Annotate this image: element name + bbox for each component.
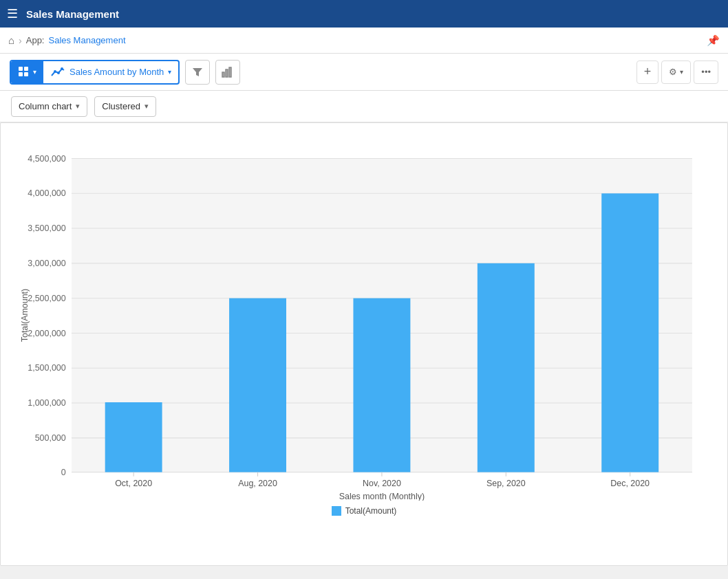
more-button[interactable]: ••• <box>694 61 718 84</box>
cluster-dropdown[interactable]: Clustered ▾ <box>94 96 156 117</box>
pin-icon[interactable]: 📌 <box>707 34 720 47</box>
chart-type-arrow: ▾ <box>76 102 80 111</box>
toolbar-right: + ⚙ ▾ ••• <box>636 61 718 84</box>
cluster-arrow: ▾ <box>144 102 149 111</box>
bar-chart-icon <box>222 67 234 78</box>
svg-text:1,500,000: 1,500,000 <box>28 363 65 373</box>
bar-chart-button[interactable] <box>215 60 240 85</box>
chart-selector-group[interactable]: ▾ Sales Amount by Month ▾ <box>10 60 180 85</box>
app-header: ☰ Sales Management <box>0 0 728 28</box>
bar-sep-2020 <box>478 263 535 472</box>
svg-point-4 <box>54 70 56 73</box>
breadcrumb-app-label: App: <box>26 35 45 45</box>
breadcrumb-separator: › <box>19 35 22 46</box>
add-icon: + <box>644 65 652 79</box>
svg-text:2,000,000: 2,000,000 <box>28 329 65 338</box>
chart-type-label: Column chart <box>19 101 72 111</box>
filter-icon <box>192 67 203 78</box>
options-bar: Column chart ▾ Clustered ▾ <box>0 91 728 122</box>
svg-text:3,500,000: 3,500,000 <box>28 223 65 233</box>
bar-oct-2020 <box>105 402 162 472</box>
legend-color-box <box>332 506 341 516</box>
chart-legend: Total(Amount) <box>14 501 714 524</box>
chart-card: 4,500,000 4,000,000 3,500,000 3,000,000 … <box>0 122 728 566</box>
chart-name-arrow: ▾ <box>168 68 171 76</box>
bar-nov-2020 <box>353 298 410 472</box>
chart-svg: 4,500,000 4,000,000 3,500,000 3,000,000 … <box>14 130 714 501</box>
breadcrumb-bar: ⌂ › App: Sales Management 📌 <box>0 28 728 54</box>
svg-marker-7 <box>193 68 202 76</box>
svg-text:Oct, 2020: Oct, 2020 <box>115 479 152 488</box>
svg-rect-3 <box>24 72 28 76</box>
svg-text:Sep, 2020: Sep, 2020 <box>486 479 526 488</box>
legend-label: Total(Amount) <box>345 506 397 516</box>
add-button[interactable]: + <box>636 61 659 84</box>
settings-arrow: ▾ <box>680 68 683 76</box>
cluster-label: Clustered <box>102 101 140 111</box>
svg-text:4,000,000: 4,000,000 <box>28 188 65 198</box>
svg-rect-8 <box>222 72 224 77</box>
more-icon: ••• <box>701 67 711 77</box>
bar-aug-2020 <box>229 298 286 472</box>
svg-text:Nov, 2020: Nov, 2020 <box>363 479 401 488</box>
settings-button[interactable]: ⚙ ▾ <box>661 61 691 84</box>
svg-rect-2 <box>19 72 23 76</box>
bar-dec-2020 <box>601 193 659 472</box>
filter-button[interactable] <box>185 60 210 85</box>
svg-text:2,500,000: 2,500,000 <box>28 294 65 303</box>
grid-dropdown-arrow: ▾ <box>33 68 36 76</box>
svg-text:Aug, 2020: Aug, 2020 <box>238 479 277 488</box>
svg-point-5 <box>57 72 60 74</box>
settings-icon: ⚙ <box>669 67 677 77</box>
svg-text:1,000,000: 1,000,000 <box>28 398 65 408</box>
chart-name-label: Sales Amount by Month <box>69 67 164 77</box>
chart-wrapper: 4,500,000 4,000,000 3,500,000 3,000,000 … <box>1 123 727 565</box>
svg-rect-10 <box>229 67 231 77</box>
hamburger-icon[interactable]: ☰ <box>7 6 18 21</box>
svg-text:Total(Amount): Total(Amount) <box>20 289 30 342</box>
svg-rect-0 <box>19 67 23 71</box>
chart-type-dropdown[interactable]: Column chart ▾ <box>11 96 87 117</box>
svg-text:3,000,000: 3,000,000 <box>28 259 65 268</box>
grid-icon <box>18 66 30 78</box>
app-title: Sales Management <box>26 8 119 20</box>
line-chart-icon <box>50 66 65 78</box>
toolbar: ▾ Sales Amount by Month ▾ + <box>0 54 728 91</box>
svg-rect-9 <box>226 69 228 77</box>
svg-point-6 <box>61 67 63 70</box>
chart-name-button[interactable]: Sales Amount by Month ▾ <box>43 61 178 83</box>
grid-view-button[interactable]: ▾ <box>11 61 43 83</box>
svg-text:Dec, 2020: Dec, 2020 <box>610 479 650 488</box>
svg-text:0: 0 <box>61 468 66 477</box>
home-icon[interactable]: ⌂ <box>8 34 14 46</box>
svg-text:4,500,000: 4,500,000 <box>28 154 65 164</box>
svg-text:500,000: 500,000 <box>35 433 66 443</box>
breadcrumb-app-link[interactable]: Sales Management <box>48 35 125 45</box>
svg-rect-1 <box>24 67 28 71</box>
svg-text:Sales month (Monthly): Sales month (Monthly) <box>339 492 425 501</box>
